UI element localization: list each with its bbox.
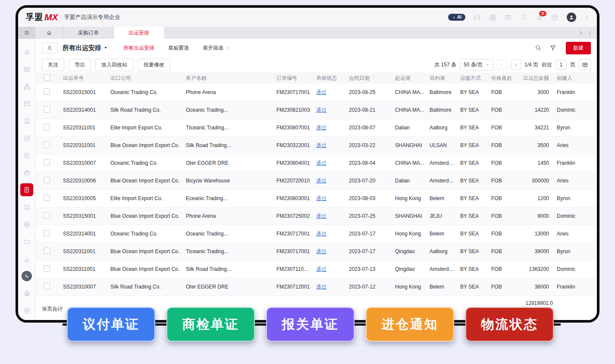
status-link[interactable]: 通过 [316, 266, 326, 272]
status-link[interactable]: 通过 [316, 125, 326, 131]
table-row[interactable]: SS220311001Blue Ocean Import Export Co.S… [36, 137, 597, 154]
row-checkbox[interactable] [44, 88, 50, 95]
table-row[interactable]: SS220310007Silk Road Trading Co.Oter EGG… [36, 278, 597, 296]
headset-icon[interactable] [474, 14, 481, 21]
create-new-button[interactable]: 新建 [566, 42, 591, 54]
table-row[interactable]: SS220311001Elite Import Export Co.Ttcean… [36, 119, 597, 137]
chat-icon[interactable] [505, 14, 512, 21]
cell-destination-port: Belem [424, 231, 455, 237]
workflow-button-3[interactable]: 报关单证 [266, 307, 355, 342]
status-link[interactable]: 通过 [316, 284, 326, 290]
toolbar-button-4[interactable]: 批量修改 [138, 59, 170, 71]
filter-link-3[interactable]: 展开筛选 [203, 44, 229, 52]
sortable-header[interactable]: 合同日期 [349, 75, 375, 82]
row-checkbox[interactable] [44, 195, 50, 201]
row-checkbox[interactable] [44, 230, 50, 236]
tab-1[interactable]: 采购订单 [63, 27, 114, 39]
row-checkbox[interactable] [44, 212, 50, 219]
sidebar-item-10[interactable] [18, 198, 35, 216]
sidebar-toggle-button[interactable] [18, 27, 35, 39]
cell-status: 通过 [311, 213, 344, 220]
workflow-button-4[interactable]: 进仓通知 [366, 307, 454, 342]
row-checkbox[interactable] [44, 283, 50, 289]
table-row[interactable]: SS220310005Elite Import Export Co.Eceani… [36, 190, 597, 207]
notification-bell-button[interactable]: 2 [536, 14, 543, 21]
table-row[interactable]: SS220314001Oceanic Trading Co.Oceanic Tr… [36, 225, 597, 243]
row-checkbox[interactable] [44, 124, 50, 130]
table-row[interactable]: SS220310006Blue Ocean Import Export Co.B… [36, 172, 597, 190]
table-row[interactable]: SS220315001Blue Ocean Import Export Co.P… [36, 207, 597, 225]
status-link[interactable]: 通过 [316, 160, 326, 166]
toolbar-button-3[interactable]: 放入回收站 [95, 59, 133, 71]
cell-exporter: Blue Ocean Import Export Co. [105, 213, 181, 219]
chevron-down-icon[interactable] [584, 15, 589, 20]
status-link[interactable]: 通过 [316, 107, 326, 113]
ai-assistant-badge[interactable]: AI [448, 14, 465, 21]
more-vertical-icon[interactable] [587, 30, 593, 36]
page-size-select[interactable]: 50 条/页 [460, 59, 493, 71]
row-checkbox[interactable] [44, 265, 50, 272]
status-link[interactable]: 通过 [316, 89, 326, 95]
row-checkbox[interactable] [44, 106, 50, 113]
workflow-button-2[interactable]: 商检单证 [166, 307, 255, 342]
column-settings-button[interactable] [579, 59, 591, 70]
status-link[interactable]: 通过 [316, 142, 326, 148]
cell-shipment-no: SS220310005 [58, 195, 105, 201]
owner-filter-button[interactable] [42, 42, 57, 53]
workflow-button-1[interactable]: 议付单证 [67, 307, 155, 342]
search-icon[interactable] [535, 44, 542, 51]
table-row[interactable]: SS220314001Silk Road Trading Co.Oceanic … [36, 101, 597, 119]
row-checkbox[interactable] [44, 159, 50, 166]
sidebar-item-13[interactable] [18, 250, 35, 267]
cell-departure-port: SHANGHAI [390, 142, 424, 148]
sidebar-item-8[interactable] [18, 164, 35, 181]
help-icon[interactable] [551, 14, 559, 21]
tab-2[interactable]: 出运安排 [114, 27, 164, 39]
status-link[interactable]: 通过 [316, 248, 326, 254]
status-link[interactable]: 通过 [316, 231, 326, 237]
status-link[interactable]: 通过 [316, 195, 326, 201]
cell-exporter: Blue Ocean Import Export Co. [105, 178, 181, 184]
status-link[interactable]: 通过 [316, 178, 326, 184]
filter-link-1[interactable]: 所有出运安排 [123, 44, 154, 52]
row-checkbox[interactable] [44, 141, 50, 148]
toolbar-button-1[interactable]: 关注 [42, 59, 64, 71]
prev-page-button[interactable] [497, 60, 507, 70]
table-row[interactable]: SS220311001Blue Ocean Import Export Co.T… [36, 243, 597, 260]
view-selector[interactable]: 所有出运安排 [63, 44, 108, 52]
sidebar-item-3[interactable] [18, 78, 35, 95]
sidebar-item-15[interactable] [18, 285, 35, 302]
tasks-list-icon[interactable] [520, 14, 527, 21]
toolbar-button-2[interactable]: 导出 [69, 59, 91, 71]
cell-shipment-no: SS220310007 [58, 160, 105, 166]
filter-funnel-icon[interactable] [549, 44, 556, 51]
user-avatar[interactable] [567, 13, 576, 22]
row-checkbox[interactable] [44, 248, 50, 254]
apps-icon[interactable] [489, 14, 496, 21]
home-tab[interactable] [35, 27, 63, 39]
sidebar-item-6[interactable] [18, 129, 35, 147]
target-icon [23, 152, 31, 159]
sidebar-item-2[interactable] [18, 60, 35, 78]
sidebar-item-7[interactable] [18, 147, 35, 164]
cell-status: 通过 [311, 248, 344, 255]
status-link[interactable]: 通过 [316, 213, 326, 219]
row-checkbox[interactable] [44, 177, 50, 183]
select-all-checkbox[interactable] [44, 74, 50, 81]
table-row[interactable]: SS220310007Oceanic Trading Co.Oter EGGER… [36, 154, 597, 172]
filter-link-2[interactable]: 星标置顶 [168, 44, 189, 52]
cell-transport-mode: BY SEA [455, 266, 486, 272]
workflow-button-5[interactable]: 物流状态 [465, 307, 554, 342]
table-row[interactable]: SS220311001Blue Ocean Import Export Co.S… [36, 260, 597, 278]
sidebar-item-11[interactable] [18, 216, 35, 233]
table-row[interactable]: SS220315001Oceanic Trading Co.Phone Aren… [36, 84, 597, 101]
sidebar-item-1[interactable] [18, 43, 35, 60]
sidebar-item-12[interactable] [18, 233, 35, 250]
next-page-button[interactable] [511, 60, 521, 70]
chevron-right-icon[interactable] [578, 30, 584, 36]
sidebar-item-9[interactable] [18, 181, 35, 198]
sidebar-item-5[interactable] [18, 112, 35, 129]
sidebar-item-14[interactable] [18, 267, 35, 285]
goto-page-input[interactable]: 1 [555, 60, 567, 69]
sidebar-item-4[interactable] [18, 95, 35, 112]
